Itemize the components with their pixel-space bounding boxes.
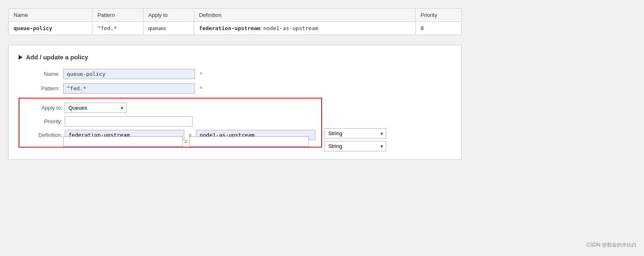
col-header-definition: Definition xyxy=(194,9,415,22)
section-title: Add / update a policy xyxy=(19,54,451,61)
def-key-input-2[interactable] xyxy=(63,136,183,147)
col-header-name: Name xyxy=(9,9,92,22)
row-pattern: ^fed.* xyxy=(92,22,143,35)
section-title-text: Add / update a policy xyxy=(26,54,88,61)
row-definition: federation-upstream: node1-as-upstream xyxy=(194,22,415,35)
pattern-required: * xyxy=(200,85,202,92)
apply-to-row: Apply to: Queues Exchanges All xyxy=(25,103,315,113)
pattern-label: Pattern: xyxy=(19,85,60,92)
col-header-apply-to: Apply to xyxy=(143,9,194,22)
add-update-section: Add / update a policy Name: * Pattern: *… xyxy=(8,45,462,160)
table-row: queue-policy ^fed.* queues federation-up… xyxy=(9,22,462,35)
policy-table: Name Pattern Apply to Definition Priorit… xyxy=(8,8,462,35)
definition-label: Definition: xyxy=(25,132,62,138)
def-key: federation-upstream xyxy=(199,25,261,31)
type-select-1-wrapper: String Number Boolean List xyxy=(324,128,386,139)
pattern-row: Pattern: * xyxy=(19,83,451,94)
name-label: Name: xyxy=(19,71,60,77)
priority-input[interactable] xyxy=(65,116,193,127)
name-input[interactable] xyxy=(63,69,195,79)
apply-to-label: Apply to: xyxy=(25,105,62,111)
priority-row: Priority: xyxy=(25,116,315,127)
pattern-input[interactable] xyxy=(63,83,195,94)
name-row: Name: * xyxy=(19,69,451,79)
col-header-priority: Priority xyxy=(415,9,461,22)
row-priority: 0 xyxy=(415,22,461,35)
row-apply-to: queues xyxy=(143,22,194,35)
def-val: node1-as-upstream xyxy=(263,25,318,31)
name-required: * xyxy=(200,71,202,78)
def-sep: : xyxy=(260,25,263,31)
def-val-input-2[interactable] xyxy=(189,136,309,147)
type-selects: String Number Boolean List String Number… xyxy=(324,98,386,151)
type-select-2[interactable]: String Number Boolean List xyxy=(324,141,386,151)
type-select-2-wrapper: String Number Boolean List xyxy=(324,141,386,151)
apply-to-select-wrapper: Queues Exchanges All xyxy=(65,103,127,113)
type-select-1[interactable]: String Number Boolean List xyxy=(324,128,386,139)
collapse-icon[interactable] xyxy=(19,55,23,60)
definition-row-2: = xyxy=(63,136,451,147)
apply-to-select[interactable]: Queues Exchanges All xyxy=(65,103,127,113)
eq-sign-2: = xyxy=(184,139,188,145)
col-header-pattern: Pattern xyxy=(92,9,143,22)
policy-table-wrapper: Name Pattern Apply to Definition Priorit… xyxy=(8,8,462,35)
priority-label: Priority: xyxy=(25,118,62,124)
row-name: queue-policy xyxy=(9,22,92,35)
